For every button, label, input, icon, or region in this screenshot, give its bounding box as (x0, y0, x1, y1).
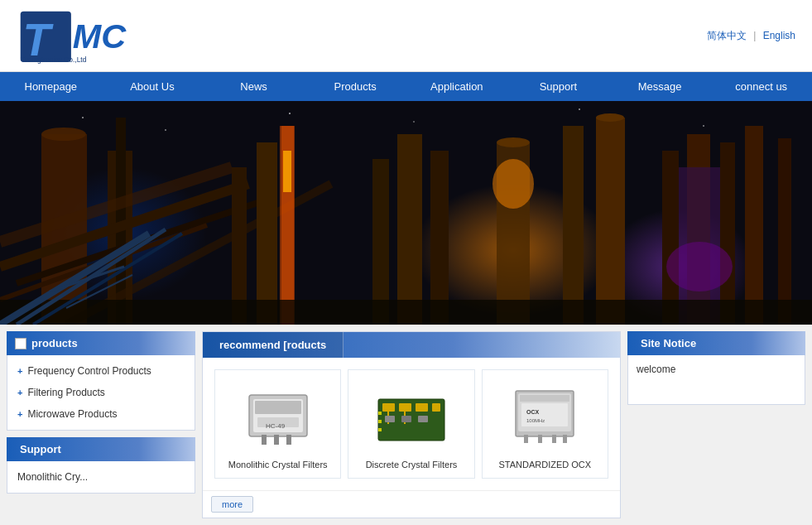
svg-point-9 (413, 121, 415, 123)
svg-rect-35 (563, 126, 584, 325)
svg-rect-69 (378, 412, 382, 415)
main-nav: Homepage About Us News Products Applicat… (0, 72, 812, 101)
microwave-expand-icon: + (17, 409, 22, 419)
svg-point-6 (82, 117, 84, 118)
nav-connect-us[interactable]: connect us (710, 72, 812, 101)
product-label-mono-crystal: Monolithic Crystal Filters (228, 460, 328, 470)
support-list: Monolithic Cry... (7, 461, 195, 494)
recommend-header: recommend [roducts (203, 332, 620, 358)
nav-application[interactable]: Application (406, 72, 508, 101)
product-img-mono-crystal: HC-49 (233, 378, 324, 453)
product-label-discrete-crystal: Discrete Crystal Filters (366, 460, 458, 470)
svg-rect-70 (378, 420, 382, 423)
more-row: more (203, 490, 620, 518)
svg-point-16 (41, 128, 86, 141)
svg-rect-67 (401, 416, 411, 422)
svg-rect-66 (385, 416, 395, 422)
product-img-discrete-crystal (366, 378, 457, 453)
freq-control-label: Frequency Control Products (27, 365, 151, 377)
hero-banner (0, 101, 812, 325)
lang-cn-link[interactable]: 简体中文 (707, 30, 747, 41)
product-card-mono-crystal[interactable]: HC-49 Monolithic Crystal Filters (214, 369, 341, 479)
svg-point-8 (289, 113, 291, 114)
filtering-label: Filtering Products (27, 387, 104, 398)
svg-rect-31 (430, 151, 449, 325)
svg-rect-61 (399, 403, 411, 412)
products-list: + Frequency Control Products + Filtering… (7, 355, 195, 431)
logo-svg: T MC Timingtronics Co.,Ltd (17, 7, 149, 65)
svg-point-37 (596, 113, 624, 122)
nav-about-us[interactable]: About Us (102, 72, 204, 101)
svg-rect-53 (255, 401, 301, 414)
std-ocx-svg: OCX 100MHz (503, 383, 586, 449)
svg-point-34 (492, 159, 534, 209)
site-notice-body: welcome (627, 355, 805, 405)
product-img-std-ocx: OCX 100MHz (499, 378, 590, 453)
svg-rect-36 (596, 118, 625, 325)
products-section: products + Frequency Control Products + … (7, 331, 195, 431)
svg-point-11 (703, 125, 704, 127)
center-content: recommend [roducts (202, 331, 621, 518)
svg-point-33 (497, 137, 530, 147)
nav-support[interactable]: Support (507, 72, 609, 101)
mono-crystal-svg: HC-49 (237, 383, 320, 449)
svg-rect-55 (274, 435, 279, 445)
svg-rect-38 (662, 151, 679, 325)
svg-rect-41 (745, 126, 763, 325)
nav-products[interactable]: Products (305, 72, 406, 101)
svg-rect-79 (538, 435, 542, 443)
svg-rect-28 (283, 151, 291, 192)
svg-rect-81 (563, 435, 567, 443)
svg-rect-25 (257, 142, 277, 325)
svg-rect-45 (0, 300, 812, 325)
svg-rect-62 (416, 403, 428, 412)
site-notice-header: Site Notice (627, 331, 805, 355)
svg-rect-42 (778, 138, 791, 325)
products-header-icon (15, 338, 26, 349)
svg-point-44 (666, 242, 733, 291)
sidebar-item-microwave[interactable]: + Microwave Products (7, 403, 195, 425)
svg-text:MC: MC (73, 17, 127, 55)
sidebar-support-item-0[interactable]: Monolithic Cry... (7, 466, 195, 488)
products-header-label: products (31, 337, 78, 349)
products-section-header: products (7, 331, 195, 355)
sidebar-item-freq-control[interactable]: + Frequency Control Products (7, 360, 195, 382)
nav-news[interactable]: News (203, 72, 305, 101)
product-card-std-ocx[interactable]: OCX 100MHz STANDARDIZED OCX (482, 369, 608, 479)
site-header: T MC Timingtronics Co.,Ltd 简体中文 | Englis… (0, 0, 812, 72)
svg-rect-71 (378, 428, 382, 431)
support-header-label: Support (20, 443, 61, 455)
discrete-crystal-svg (370, 383, 453, 449)
product-label-std-ocx: STANDARDIZED OCX (499, 460, 592, 470)
more-button[interactable]: more (211, 496, 253, 513)
svg-rect-74 (520, 395, 569, 402)
svg-rect-40 (720, 142, 735, 325)
svg-text:100MHz: 100MHz (526, 418, 545, 423)
filtering-expand-icon: + (17, 388, 22, 397)
svg-rect-56 (286, 435, 291, 445)
products-grid: HC-49 Monolithic Crystal Filters (203, 358, 620, 490)
product-card-discrete-crystal[interactable]: Discrete Crystal Filters (348, 369, 474, 479)
svg-rect-80 (552, 435, 556, 443)
svg-point-10 (579, 108, 580, 110)
sidebar-item-filtering[interactable]: + Filtering Products (7, 382, 195, 403)
logo-area: T MC Timingtronics Co.,Ltd (17, 7, 149, 65)
svg-rect-54 (262, 435, 267, 445)
recommend-products: recommend [roducts (202, 331, 621, 518)
support-section-header: Support (7, 437, 195, 461)
recommend-tab-1[interactable]: recommend [roducts (203, 332, 344, 358)
logo: T MC Timingtronics Co.,Ltd (17, 7, 149, 65)
svg-rect-60 (382, 403, 395, 412)
site-notice-title: Site Notice (641, 337, 696, 349)
svg-rect-78 (524, 435, 528, 443)
microwave-label: Microwave Products (27, 408, 117, 420)
right-sidebar: Site Notice welcome (627, 331, 805, 518)
nav-homepage[interactable]: Homepage (0, 72, 102, 101)
nav-message[interactable]: Message (609, 72, 711, 101)
main-content: products + Frequency Control Products + … (0, 325, 812, 525)
language-switcher: 简体中文 | English (707, 29, 795, 43)
site-notice-text: welcome (637, 364, 675, 375)
svg-text:OCX: OCX (526, 409, 540, 415)
svg-rect-63 (432, 403, 440, 412)
lang-en-link[interactable]: English (763, 30, 795, 41)
